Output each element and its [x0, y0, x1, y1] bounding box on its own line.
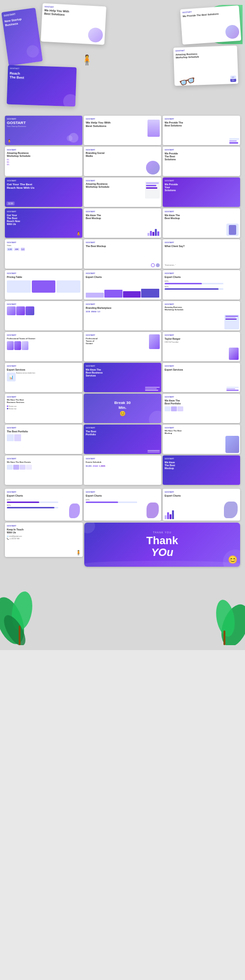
slide-title-5: Amazing BusinessWorkshop Schedule [175, 51, 235, 59]
slide-thumb-expert-charts2: GOSTART Expert Charts 63% 92% [163, 270, 240, 300]
thumb-logo-34: GOSTART [86, 457, 159, 460]
thumb-logo-15: GOSTART [165, 241, 238, 244]
thankyou-note: Thank You [153, 531, 172, 534]
ec2-stat1: 63% [86, 499, 159, 501]
thumb-logo-29: GOSTART [165, 396, 238, 398]
slide-row-8: GOSTART Professional Teams of Gostart GO… [5, 332, 240, 361]
thumb-title-9: We ProvideYourSolutions [165, 183, 238, 192]
stat-3: 5.0 [21, 248, 25, 251]
slide-thumb-team-stats: GOSTART Stats 3.2K 49K 5.0 [5, 239, 82, 269]
slide-thumb-workshop: GOSTART Amazing BusinessWorkshop Schedul… [5, 147, 82, 176]
thumb-logo-17: GOSTART [86, 272, 159, 275]
thumb-title-11: We Have TheBest Mockup [86, 214, 159, 220]
slide-thumb-branding: GOSTART Branding SocialMedia [84, 147, 161, 176]
emoji-break: 😊 [120, 411, 125, 416]
slide-thumb-reach: GOSTART Get Your The BestReach Now With … [5, 177, 82, 207]
slide-thumb-expert-svc2: GOSTART Expert Services [163, 363, 240, 392]
thumb-title-18: Branding Marketplace [86, 306, 159, 309]
slide-thumb-thankyou: Thank You Thank YOu 😊 [84, 523, 240, 567]
slide-thumb-prof-teams: GOSTART Professional Teams of Gostart [5, 332, 82, 361]
slide-thumb-mockup: GOSTART We Have TheBest Mockup [84, 208, 161, 238]
slide-row-charts: GOSTART Expert Charts 63% 92% [5, 489, 240, 521]
ec1-stat1: 63% [7, 499, 80, 501]
slide-logo-4: GOSTART [10, 67, 74, 72]
thumb-title-20: Professional Teams of Gostart [7, 337, 80, 340]
slide-thumb-portfolio2: GOSTART The Best Portfolio [5, 425, 82, 454]
thumb-logo-ec1: GOSTART [7, 491, 80, 493]
thumb-logo-9: GOSTART [165, 179, 238, 182]
thumb-logo-33: GOSTART [7, 457, 80, 460]
slide-thumb-portfolio3: GOSTART The BestPortfolio [84, 425, 161, 454]
thumb-logo-ec3: GOSTART [165, 491, 238, 493]
thumb-title-29: The Best Portfolio [7, 430, 80, 433]
thumb-logo-3: GOSTART [165, 118, 238, 120]
person-figure-1: 🧍 [81, 54, 93, 66]
thumb-logo-14: GOSTART [86, 241, 159, 244]
slide-thumb-taylor: GOSTART Taylor Berger CEO & Founder [163, 332, 240, 361]
main-container: GOSTART New Startup Business GOSTART We … [0, 0, 245, 650]
thumb-logo-10: GOSTART [7, 210, 80, 213]
thumb-title-24: We Have TheBest BusinessServices [86, 368, 159, 377]
chart-stat-63: 63% [165, 280, 238, 282]
thumb-title-26: We Have The BestBusiness Services [7, 399, 80, 404]
thumb-logo-4: GOSTART [7, 149, 80, 151]
thumb-title-31: We Have The BestMockup [165, 430, 238, 435]
thumb-logo-ec2: GOSTART [86, 491, 159, 493]
bottom-section [5, 572, 240, 645]
thumb-title-1: GOSTART [7, 121, 80, 125]
thumb-title-33: Events Schedule [86, 461, 159, 463]
slide-row-final: GOSTART Keep In TouchWith Us 📧 email@gos… [5, 523, 240, 567]
thumb-logo-19: GOSTART [7, 303, 80, 305]
slide-thumb-team-photos: GOSTART [5, 301, 82, 330]
thumb-logo-30: GOSTART [7, 427, 80, 429]
slide-thumb-events: GOSTART We Have The Best Events [5, 455, 82, 485]
slide-thumb-expert-svc: GOSTART Expert Services 📊 Business servi… [5, 363, 82, 392]
slide-thumb-portfolio: GOSTART We Have TheBest Portfolio [163, 394, 240, 423]
svg-rect-3 [19, 626, 21, 645]
thumb-title-25: Expert Services [165, 368, 238, 371]
slide-thumb-break: Break 30Min. 😊 [84, 394, 161, 423]
slide-thumb-reach2: GOSTART Get YourThe BestReach NowWith Us… [5, 208, 82, 238]
thumb-logo-21: GOSTART [165, 303, 238, 305]
thumb-title-16: Expert Charts [86, 276, 159, 278]
thumb-logo-11: GOSTART [86, 210, 159, 213]
slide-row-7: GOSTART GOSTART Branding Marketplace 323… [5, 301, 240, 330]
slide-thumb-gostart: GOSTART GOSTART New Startup Business 🧍 [5, 116, 82, 145]
slide-row-1: GOSTART GOSTART New Startup Business 🧍 G… [5, 116, 240, 145]
thumb-logo-18: GOSTART [165, 272, 238, 275]
thankyou-main-text: Thank YOu [147, 535, 178, 558]
thumb-title-30: The BestPortfolio [86, 430, 159, 436]
stat-1: 3.2K [7, 248, 13, 251]
thumb-title-7: Get Your The BestReach Now With Us [7, 183, 80, 190]
thumb-title-4: Amazing BusinessWorkshop Schedule [7, 151, 80, 157]
thumb-title-27: Break 30Min. [114, 401, 130, 410]
thumb-person-icon-1: 🧍 [7, 139, 12, 144]
thumb-title-5: Branding SocialMedia [86, 151, 159, 157]
slide-thumb-reach-vertical: GOSTART We HaveThe BestMockup [163, 455, 240, 485]
thumb-title-ec3: Expert Charts [165, 494, 238, 497]
thumb-logo-13: GOSTART [7, 241, 80, 244]
thumb-logo-kt: GOSTART [7, 525, 81, 527]
thumb-logo-6: GOSTART [165, 149, 238, 151]
thumb-title-ec1: Expert Charts [7, 494, 80, 497]
svg-rect-6 [223, 630, 225, 645]
thumb-logo-35: GOSTART [165, 457, 238, 460]
thumb-logo-16: GOSTART [7, 272, 80, 275]
slide-thumb-pricing: GOSTART Pricing Table [5, 270, 82, 300]
thumb-title-ec2: Expert Charts [86, 494, 159, 497]
thumb-title-28: We Have TheBest Portfolio [165, 399, 238, 405]
thumb-logo-24: GOSTART [165, 334, 238, 336]
thumb-stat-1: 3236 [6, 201, 15, 205]
thumb-logo-12: GOSTART [165, 210, 238, 213]
slide-row-4: GOSTART Get YourThe BestReach NowWith Us… [5, 208, 240, 238]
thumb-logo-26: GOSTART [86, 365, 159, 367]
slide-thumb-help: GOSTART We Help You WithBest Solutions [84, 116, 161, 145]
thumb-title-3: We Provide TheBest Solutions [165, 121, 238, 127]
slide-row-10: GOSTART We Have The BestBusiness Service… [5, 394, 240, 423]
top-scattered-section: GOSTART New Startup Business GOSTART We … [5, 5, 240, 113]
thumb-title-6: We ProvideThe BestSolutions [165, 152, 238, 161]
slide-thumb-mockup2: GOSTART We Have TheBest Mockup [163, 208, 240, 238]
slide-thumb-biz-schedule: GOSTART Amazing BusinessWorkshop Schedul… [163, 301, 240, 330]
slide-row-12: GOSTART We Have The Best Events GOSTART … [5, 455, 240, 485]
slide-row-3: GOSTART Get Your The BestReach Now With … [5, 177, 240, 207]
